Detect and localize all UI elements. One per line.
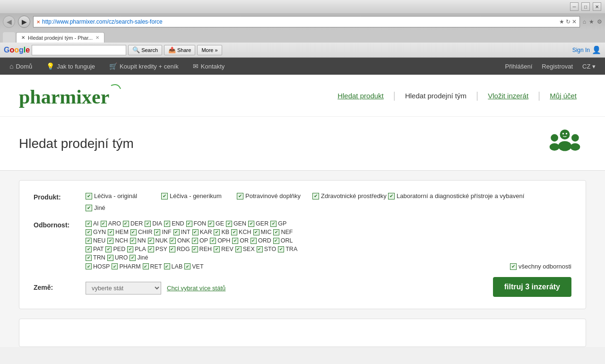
spec-INT[interactable]: ✔INT (173, 229, 190, 235)
nav-my-account[interactable]: Můj účet (540, 92, 586, 100)
spec-VET[interactable]: ✔VET (184, 263, 203, 270)
spec-ARO[interactable]: ✔ARO (101, 220, 121, 227)
tab-blank[interactable] (3, 32, 15, 43)
spec-OPH[interactable]: ✔OPH (210, 237, 230, 244)
spec-DIA[interactable]: ✔DIA (145, 220, 162, 227)
spec-PSY[interactable]: ✔PSY (148, 246, 167, 252)
nav-post-ad[interactable]: Vložit inzerát (478, 92, 538, 100)
minimize-button[interactable]: ─ (570, 2, 579, 11)
settings-icon[interactable]: ⚙ (597, 18, 602, 25)
spec-Jine2[interactable]: ✔Jiné (130, 254, 148, 261)
produkt-item-2[interactable]: ✔ Potravinové doplňky (237, 192, 312, 199)
spec-ORL[interactable]: ✔ORL (273, 237, 293, 244)
spec-GE[interactable]: ✔GE (208, 220, 224, 227)
top-nav-right: Přihlášení Registrovat CZ ▾ (505, 63, 596, 70)
spec-INF[interactable]: ✔INF (154, 229, 171, 235)
nav-buy-credits[interactable]: 🛒 Koupit kredity + ceník (109, 62, 179, 70)
bookmark-icon[interactable]: ★ (559, 18, 564, 25)
spec-HEM[interactable]: ✔HEM (108, 229, 129, 235)
produkt-item-1[interactable]: ✔ Léčiva - generikum (161, 192, 237, 199)
produkt-item-3[interactable]: ✔ Zdravotnické prostředky (312, 192, 388, 199)
spec-END[interactable]: ✔END (164, 220, 184, 227)
produkt-check-5[interactable]: ✔ (86, 205, 92, 211)
spec-REH[interactable]: ✔REH (192, 246, 212, 252)
spec-KCH[interactable]: ✔KCH (231, 229, 251, 235)
bookmarks-icon[interactable]: ★ (589, 18, 594, 25)
spec-NUK[interactable]: ✔NUK (148, 237, 168, 244)
spec-NEF[interactable]: ✔NEF (273, 229, 293, 235)
tab-close-button[interactable]: ✕ (95, 35, 99, 40)
spec-PLA[interactable]: ✔PLA (127, 246, 146, 252)
refresh-icon[interactable]: ↻ (566, 18, 570, 25)
share-button[interactable]: 📤 Share (164, 45, 195, 55)
home-icon[interactable]: ⌂ (583, 18, 586, 25)
spec-LAB[interactable]: ✔LAB (164, 263, 183, 270)
spec-TRA[interactable]: ✔TRA (278, 246, 297, 252)
spec-DER[interactable]: ✔DER (123, 220, 143, 227)
spec-PHARM[interactable]: ✔PHARM (112, 263, 140, 270)
spec-FON[interactable]: ✔FON (186, 220, 206, 227)
more-button[interactable]: More » (197, 45, 222, 55)
produkt-check-0[interactable]: ✔ (86, 193, 92, 199)
spec-STO[interactable]: ✔STO (257, 246, 276, 252)
google-search-input[interactable] (32, 45, 126, 55)
close-button[interactable]: ✕ (593, 2, 601, 11)
select-more-countries-link[interactable]: Chci vybrat více států (167, 285, 225, 292)
spec-TRN[interactable]: ✔TRN (86, 254, 105, 261)
spec-OP[interactable]: ✔OP (192, 237, 208, 244)
nav-search-sales[interactable]: Hledat prodejní tým (396, 92, 476, 100)
nav-home[interactable]: ⌂ Domů (9, 62, 32, 70)
svg-point-5 (571, 134, 579, 142)
nav-search-product[interactable]: Hledat produkt (328, 92, 393, 100)
spec-MIC[interactable]: ✔MIC (253, 229, 272, 235)
forward-button[interactable]: ▶ (18, 16, 30, 28)
produkt-check-1[interactable]: ✔ (161, 193, 168, 199)
filter-button[interactable]: filtruj 3 inzeráty (493, 277, 571, 297)
back-button[interactable]: ◀ (3, 16, 15, 28)
all-specialties-checkbox[interactable]: ✔ všechny odbornosti (510, 263, 571, 270)
spec-PED[interactable]: ✔PED (105, 246, 125, 252)
produkt-item-4[interactable]: ✔ Laboratorní a diagnostické přístroje a… (388, 192, 524, 199)
url-input[interactable]: http://www.pharmixer.com/cz/search-sales… (42, 18, 559, 25)
produkt-item-5[interactable]: ✔ Jiné (86, 204, 161, 211)
tab-active[interactable]: ✕ Hledat prodejní tým - Phar... ✕ (16, 32, 104, 43)
produkt-check-2[interactable]: ✔ (237, 193, 243, 199)
produkt-check-3[interactable]: ✔ (312, 193, 319, 199)
spec-OR[interactable]: ✔OR (232, 237, 249, 244)
spec-KAR[interactable]: ✔KAR (192, 229, 212, 235)
spec-SEX[interactable]: ✔SEX (235, 246, 255, 252)
spec-NCH[interactable]: ✔NCH (107, 237, 128, 244)
spec-PAT[interactable]: ✔PAT (86, 246, 104, 252)
spec-RDG[interactable]: ✔RDG (169, 246, 190, 252)
spec-REV[interactable]: ✔REV (214, 246, 233, 252)
language-selector[interactable]: CZ ▾ (582, 63, 596, 70)
spec-KB[interactable]: ✔KB (214, 229, 229, 235)
spec-NEU[interactable]: ✔NEU (86, 237, 105, 244)
address-bar[interactable]: ✕ http://www.pharmixer.com/cz/search-sal… (33, 16, 580, 27)
spec-NN[interactable]: ✔NN (130, 237, 146, 244)
spec-GP[interactable]: ✔GP (270, 220, 286, 227)
produkt-check-4[interactable]: ✔ (388, 193, 395, 199)
spec-CHIR[interactable]: ✔CHIR (130, 229, 153, 235)
produkt-item-0[interactable]: ✔ Léčiva - originál (86, 192, 161, 199)
spec-ONK[interactable]: ✔ONK (170, 237, 190, 244)
spec-RET[interactable]: ✔RET (143, 263, 162, 270)
maximize-button[interactable]: □ (581, 2, 590, 11)
nav-contacts[interactable]: ✉ Kontakty (193, 62, 225, 70)
spec-HOSP[interactable]: ✔HOSP (86, 263, 110, 270)
register-link[interactable]: Registrovat (542, 63, 573, 70)
login-link[interactable]: Přihlášení (505, 63, 532, 70)
logo[interactable]: pharmixer (19, 82, 123, 109)
spec-GER[interactable]: ✔GER (248, 220, 268, 227)
spec-AI[interactable]: ✔AI (86, 220, 99, 227)
spec-GYN[interactable]: ✔GYN (86, 229, 106, 235)
spec-URO[interactable]: ✔URO (107, 254, 128, 261)
all-spec-check[interactable]: ✔ (510, 263, 517, 270)
spec-ORD[interactable]: ✔ORD (251, 237, 271, 244)
sign-in-link[interactable]: Sign In (572, 47, 590, 53)
country-select[interactable]: vyberte stát (86, 282, 161, 295)
google-search-button[interactable]: 🔍 Search (128, 45, 162, 55)
spec-GEN[interactable]: ✔GEN (226, 220, 246, 227)
close-addr-icon[interactable]: ✕ (572, 18, 577, 25)
nav-how-it-works[interactable]: 💡 Jak to funguje (46, 62, 95, 70)
